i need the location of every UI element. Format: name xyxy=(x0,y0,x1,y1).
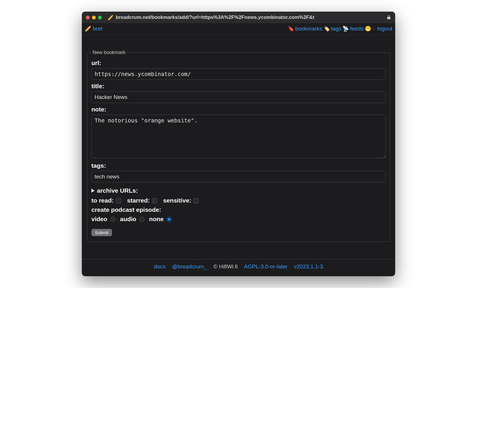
archive-urls-label: archive URLs: xyxy=(97,187,138,194)
podcast-audio-radio[interactable] xyxy=(139,217,144,222)
url-label: url: xyxy=(91,59,386,66)
footer-copyright: © HifiWi.fi xyxy=(213,263,238,270)
starred-label: starred: xyxy=(127,197,150,204)
note-label: note: xyxy=(91,106,386,113)
tags-icon: 🏷️ xyxy=(324,26,330,32)
footer-docs-link[interactable]: docs xyxy=(154,263,166,270)
bookmarks-icon: 🔖 xyxy=(288,26,294,32)
podcast-none-label: none xyxy=(149,216,164,223)
sensitive-label: sensitive: xyxy=(163,197,191,204)
close-window-button[interactable] xyxy=(86,16,90,19)
podcast-video-label: video xyxy=(91,216,107,223)
window-controls xyxy=(86,16,102,19)
nav-separator: · xyxy=(373,26,375,32)
podcast-audio-label: audio xyxy=(120,216,136,223)
app-window: 🥖 breadcrum.net/bookmarks/add/?url=https… xyxy=(82,12,395,276)
lock-icon xyxy=(386,15,391,20)
titlebar: 🥖 breadcrum.net/bookmarks/add/?url=https… xyxy=(82,12,395,23)
feeds-icon: 📡 xyxy=(342,26,349,32)
tags-input[interactable] xyxy=(91,171,386,183)
podcast-label: create podcast episode: xyxy=(91,206,161,213)
minimize-window-button[interactable] xyxy=(92,16,96,19)
nav-tags[interactable]: tags xyxy=(331,26,342,32)
submit-button[interactable]: Submit xyxy=(91,229,112,236)
nav-bookmarks[interactable]: bookmarks xyxy=(295,26,322,32)
toread-checkbox[interactable] xyxy=(116,198,121,203)
fieldset-legend: New bookmark xyxy=(91,50,127,55)
footer: docs @breadcrum_ © HifiWi.fi AGPL-3.0-or… xyxy=(82,259,395,276)
titlebar-url: breadcrum.net/bookmarks/add/?url=https%3… xyxy=(116,15,384,20)
note-textarea[interactable] xyxy=(91,115,386,158)
flags-row: to read: starred: sensitive: xyxy=(91,197,386,204)
nav-logout[interactable]: logout xyxy=(377,26,392,32)
new-bookmark-fieldset: New bookmark url: title: note: tags: arc… xyxy=(87,50,390,242)
logo-bread-icon: 🥖 xyxy=(85,26,91,32)
footer-version-link[interactable]: v2023.1.1-3 xyxy=(294,263,323,270)
archive-urls-disclosure[interactable]: archive URLs: xyxy=(91,187,386,194)
toread-label: to read: xyxy=(91,197,114,204)
title-label: title: xyxy=(91,83,386,90)
disclosure-triangle-icon xyxy=(91,189,95,193)
starred-checkbox[interactable] xyxy=(152,198,157,203)
sensitive-checkbox[interactable] xyxy=(194,198,199,203)
podcast-options-row: video audio none xyxy=(91,216,386,223)
podcast-heading-row: create podcast episode: xyxy=(91,206,386,213)
zoom-window-button[interactable] xyxy=(98,16,102,19)
main-content: New bookmark url: title: note: tags: arc… xyxy=(82,35,395,259)
footer-license-link[interactable]: AGPL-3.0-or-later xyxy=(244,263,288,270)
title-input[interactable] xyxy=(91,91,386,103)
nav-feeds[interactable]: feeds xyxy=(350,26,363,32)
admin-face-icon[interactable]: 😬 xyxy=(365,26,371,32)
podcast-video-radio[interactable] xyxy=(110,217,115,222)
footer-handle-link[interactable]: @breadcrum_ xyxy=(172,263,207,270)
app-header: 🥖 bret 🔖 bookmarks 🏷️ tags 📡 feeds 😬 · l… xyxy=(82,23,395,35)
username-link[interactable]: bret xyxy=(93,26,102,32)
tags-label: tags: xyxy=(91,162,386,169)
titlebar-favicon-icon: 🥖 xyxy=(108,15,113,20)
podcast-none-radio[interactable] xyxy=(167,217,172,222)
url-input[interactable] xyxy=(91,68,386,80)
